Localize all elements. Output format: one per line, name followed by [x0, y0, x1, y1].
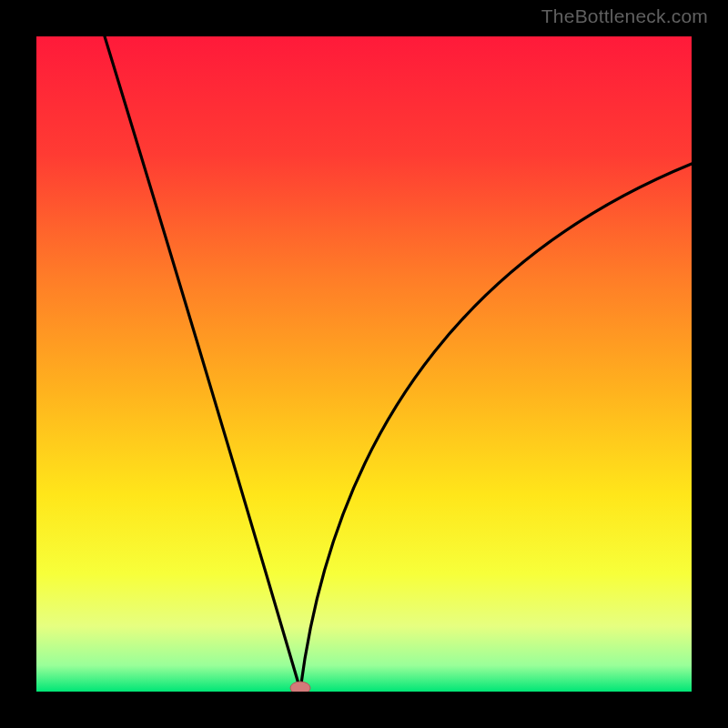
minimum-marker — [290, 682, 310, 692]
watermark-text: TheBottleneck.com — [541, 5, 708, 27]
outer-frame: TheBottleneck.com — [0, 0, 728, 728]
plot-area — [36, 36, 692, 692]
plot-svg — [36, 36, 692, 692]
